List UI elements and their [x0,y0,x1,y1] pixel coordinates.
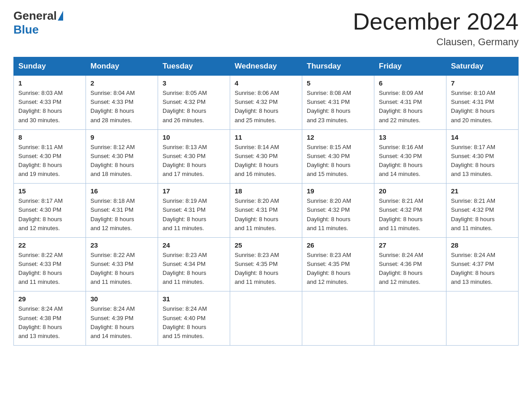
day-number: 9 [90,133,153,141]
day-number: 19 [307,187,369,195]
table-row: 22 Sunrise: 8:22 AM Sunset: 4:33 PM Dayl… [14,237,86,291]
day-number: 27 [379,241,442,249]
day-info: Sunrise: 8:22 AM Sunset: 4:33 PM Dayligh… [18,251,81,287]
day-number: 13 [379,133,442,141]
day-info: Sunrise: 8:03 AM Sunset: 4:33 PM Dayligh… [18,89,81,125]
day-info: Sunrise: 8:20 AM Sunset: 4:32 PM Dayligh… [307,197,369,233]
day-number: 21 [451,187,514,195]
day-info: Sunrise: 8:24 AM Sunset: 4:40 PM Dayligh… [163,304,225,341]
table-row: 28 Sunrise: 8:24 AM Sunset: 4:37 PM Dayl… [446,237,519,291]
day-info: Sunrise: 8:24 AM Sunset: 4:37 PM Dayligh… [451,251,514,287]
table-row: 23 Sunrise: 8:22 AM Sunset: 4:33 PM Dayl… [86,237,158,291]
day-number: 22 [18,241,81,249]
table-row: 14 Sunrise: 8:17 AM Sunset: 4:30 PM Dayl… [446,129,519,184]
day-number: 10 [163,133,225,141]
day-info: Sunrise: 8:14 AM Sunset: 4:30 PM Dayligh… [235,143,297,179]
day-number: 8 [18,133,81,141]
calendar-week-row: 8 Sunrise: 8:11 AM Sunset: 4:30 PM Dayli… [14,129,519,184]
day-number: 29 [18,295,81,303]
calendar-header-row: Sunday Monday Tuesday Wednesday Thursday… [14,57,519,76]
day-number: 12 [307,133,369,141]
day-number: 24 [163,241,225,249]
table-row: 17 Sunrise: 8:19 AM Sunset: 4:31 PM Dayl… [158,184,230,238]
table-row: 29 Sunrise: 8:24 AM Sunset: 4:38 PM Dayl… [14,291,86,346]
day-info: Sunrise: 8:20 AM Sunset: 4:31 PM Dayligh… [235,197,297,233]
logo-triangle-icon [58,11,63,21]
day-number: 25 [235,241,297,249]
col-thursday: Thursday [302,57,374,76]
col-wednesday: Wednesday [230,57,302,76]
table-row: 15 Sunrise: 8:17 AM Sunset: 4:30 PM Dayl… [14,184,86,238]
table-row: 26 Sunrise: 8:23 AM Sunset: 4:35 PM Dayl… [302,237,374,291]
day-number: 1 [18,79,81,87]
day-number: 26 [307,241,369,249]
day-number: 30 [90,295,153,303]
day-number: 2 [90,79,153,87]
table-row: 21 Sunrise: 8:21 AM Sunset: 4:32 PM Dayl… [446,184,519,238]
day-info: Sunrise: 8:24 AM Sunset: 4:36 PM Dayligh… [379,251,442,287]
day-info: Sunrise: 8:17 AM Sunset: 4:30 PM Dayligh… [18,197,81,233]
day-info: Sunrise: 8:24 AM Sunset: 4:39 PM Dayligh… [90,304,153,341]
table-row: 2 Sunrise: 8:04 AM Sunset: 4:33 PM Dayli… [86,76,158,130]
month-title: December 2024 [353,9,519,34]
table-row: 11 Sunrise: 8:14 AM Sunset: 4:30 PM Dayl… [230,129,302,184]
day-info: Sunrise: 8:10 AM Sunset: 4:31 PM Dayligh… [451,89,514,125]
day-number: 18 [235,187,297,195]
day-info: Sunrise: 8:13 AM Sunset: 4:30 PM Dayligh… [163,143,225,179]
table-row: 16 Sunrise: 8:18 AM Sunset: 4:31 PM Dayl… [86,184,158,238]
day-info: Sunrise: 8:08 AM Sunset: 4:31 PM Dayligh… [307,89,369,125]
day-info: Sunrise: 8:06 AM Sunset: 4:32 PM Dayligh… [235,89,297,125]
logo-blue-text: Blue [13,23,39,37]
table-row: 1 Sunrise: 8:03 AM Sunset: 4:33 PM Dayli… [14,76,86,130]
day-info: Sunrise: 8:24 AM Sunset: 4:38 PM Dayligh… [18,304,81,341]
day-number: 6 [379,79,442,87]
calendar-week-row: 22 Sunrise: 8:22 AM Sunset: 4:33 PM Dayl… [14,237,519,291]
table-row: 9 Sunrise: 8:12 AM Sunset: 4:30 PM Dayli… [86,129,158,184]
day-number: 14 [451,133,514,141]
day-info: Sunrise: 8:22 AM Sunset: 4:33 PM Dayligh… [90,251,153,287]
table-row: 7 Sunrise: 8:10 AM Sunset: 4:31 PM Dayli… [446,76,519,130]
day-info: Sunrise: 8:04 AM Sunset: 4:33 PM Dayligh… [90,89,153,125]
table-row: 3 Sunrise: 8:05 AM Sunset: 4:32 PM Dayli… [158,76,230,130]
location-subtitle: Clausen, Germany [353,36,519,48]
calendar-week-row: 1 Sunrise: 8:03 AM Sunset: 4:33 PM Dayli… [14,76,519,130]
table-row: 19 Sunrise: 8:20 AM Sunset: 4:32 PM Dayl… [302,184,374,238]
table-row [230,291,302,346]
table-row [302,291,374,346]
day-number: 31 [163,295,225,303]
day-number: 16 [90,187,153,195]
day-info: Sunrise: 8:18 AM Sunset: 4:31 PM Dayligh… [90,197,153,233]
day-number: 7 [451,79,514,87]
day-info: Sunrise: 8:16 AM Sunset: 4:30 PM Dayligh… [379,143,442,179]
day-number: 17 [163,187,225,195]
day-number: 15 [18,187,81,195]
col-monday: Monday [86,57,158,76]
day-info: Sunrise: 8:11 AM Sunset: 4:30 PM Dayligh… [18,143,81,179]
logo-general-text: General [13,9,57,23]
table-row: 6 Sunrise: 8:09 AM Sunset: 4:31 PM Dayli… [374,76,446,130]
calendar-table: Sunday Monday Tuesday Wednesday Thursday… [13,57,519,346]
table-row: 31 Sunrise: 8:24 AM Sunset: 4:40 PM Dayl… [158,291,230,346]
day-number: 5 [307,79,369,87]
day-number: 11 [235,133,297,141]
day-info: Sunrise: 8:15 AM Sunset: 4:30 PM Dayligh… [307,143,369,179]
table-row: 10 Sunrise: 8:13 AM Sunset: 4:30 PM Dayl… [158,129,230,184]
col-friday: Friday [374,57,446,76]
calendar-week-row: 15 Sunrise: 8:17 AM Sunset: 4:30 PM Dayl… [14,184,519,238]
day-info: Sunrise: 8:09 AM Sunset: 4:31 PM Dayligh… [379,89,442,125]
col-sunday: Sunday [14,57,86,76]
day-info: Sunrise: 8:21 AM Sunset: 4:32 PM Dayligh… [379,197,442,233]
title-block: December 2024 Clausen, Germany [353,9,519,48]
table-row: 20 Sunrise: 8:21 AM Sunset: 4:32 PM Dayl… [374,184,446,238]
table-row: 30 Sunrise: 8:24 AM Sunset: 4:39 PM Dayl… [86,291,158,346]
calendar-week-row: 29 Sunrise: 8:24 AM Sunset: 4:38 PM Dayl… [14,291,519,346]
table-row: 25 Sunrise: 8:23 AM Sunset: 4:35 PM Dayl… [230,237,302,291]
table-row: 8 Sunrise: 8:11 AM Sunset: 4:30 PM Dayli… [14,129,86,184]
day-info: Sunrise: 8:23 AM Sunset: 4:34 PM Dayligh… [163,251,225,287]
day-info: Sunrise: 8:05 AM Sunset: 4:32 PM Dayligh… [163,89,225,125]
table-row: 27 Sunrise: 8:24 AM Sunset: 4:36 PM Dayl… [374,237,446,291]
col-tuesday: Tuesday [158,57,230,76]
day-info: Sunrise: 8:23 AM Sunset: 4:35 PM Dayligh… [307,251,369,287]
table-row: 4 Sunrise: 8:06 AM Sunset: 4:32 PM Dayli… [230,76,302,130]
table-row [446,291,519,346]
